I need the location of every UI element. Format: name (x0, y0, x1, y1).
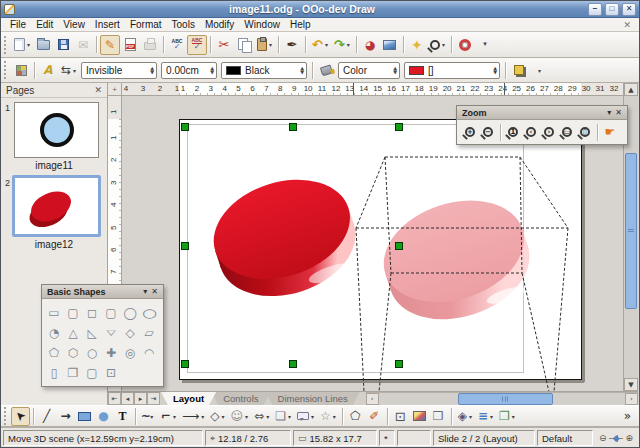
rounded-square-shape[interactable]: ▢ (102, 303, 120, 322)
last-page-button[interactable]: ⇥ (147, 392, 160, 405)
line-width-input[interactable]: 0.00cm ▲▼ (161, 62, 217, 79)
document-as-email-icon[interactable]: ✉ (73, 35, 93, 55)
menu-item-format[interactable]: Format (125, 18, 167, 32)
format-paintbrush-icon[interactable]: ✒ (282, 35, 302, 55)
zoom-icon[interactable]: ▾ (427, 35, 448, 55)
zoom-next-button[interactable]: › (540, 123, 558, 141)
rotation-tool[interactable]: ◈▾ (455, 407, 475, 426)
toolbar-options-icon[interactable]: ▾ (475, 35, 495, 55)
palette-menu-icon[interactable]: ▾ (607, 108, 611, 117)
scroll-right-icon[interactable]: › (625, 393, 638, 405)
gallery-icon[interactable] (380, 35, 400, 55)
callouts-tool[interactable]: ▾ (294, 407, 317, 426)
rectangle-shape[interactable]: ▭ (45, 303, 63, 322)
menu-item-view[interactable]: View (58, 18, 90, 32)
next-page-button[interactable]: ▸ (134, 392, 147, 405)
spinner-arrows-icon[interactable]: ▲▼ (147, 66, 154, 75)
select-tool[interactable]: ➤ (11, 407, 30, 426)
palette-close-icon[interactable]: ✕ (151, 287, 158, 296)
ellipse-shape[interactable]: ○ (140, 303, 158, 322)
menu-item-window[interactable]: Window (239, 18, 285, 32)
zoom-palette-titlebar[interactable]: Zoom ▾ ✕ (457, 106, 627, 120)
line-style-select[interactable]: Invisible ▲▼ (81, 62, 157, 79)
vertical-scroll-thumb[interactable] (625, 153, 637, 309)
arrow-tool[interactable]: → (56, 407, 75, 426)
scroll-down-icon[interactable]: ▼ (624, 378, 638, 391)
export-pdf-icon[interactable] (120, 35, 140, 55)
right-triangle-shape[interactable]: ◺ (83, 323, 101, 342)
rectangle-tool[interactable] (75, 407, 94, 426)
alignment-tool[interactable]: ≡▾ (475, 407, 496, 426)
spinner-arrows-icon[interactable]: ▲▼ (490, 66, 497, 75)
minimize-button[interactable]: − (588, 3, 602, 16)
stars-tool[interactable]: ☆▾ (317, 407, 339, 426)
line-color-select[interactable]: Black ▲▼ (221, 62, 307, 79)
cube-shape[interactable]: ❐ (64, 363, 82, 382)
cylinder-shape[interactable]: ▯ (45, 363, 63, 382)
zoom-in-icon[interactable]: ⊕ (625, 433, 633, 443)
spinner-arrows-icon[interactable]: ▲▼ (207, 66, 214, 75)
fill-style-select[interactable]: Color ▲▼ (338, 62, 400, 79)
spellcheck-icon[interactable] (167, 35, 187, 55)
cut-icon[interactable]: ✂ (214, 35, 234, 55)
rounded-rectangle-shape[interactable]: ▢ (64, 303, 82, 322)
area-icon[interactable] (316, 60, 336, 80)
tab-dimension-lines[interactable]: Dimension Lines (266, 392, 360, 405)
menu-item-modify[interactable]: Modify (200, 18, 239, 32)
page-thumbnail-image11[interactable]: 1 (14, 102, 99, 158)
ellipse-tool[interactable]: ● (94, 407, 113, 426)
tab-layout[interactable]: Layout (161, 392, 216, 405)
symbol-shapes-tool[interactable]: ☺▾ (228, 407, 252, 426)
line-dialog-icon[interactable]: A (38, 60, 58, 80)
zoom-out-button[interactable]: − (479, 123, 497, 141)
block-arc-shape[interactable]: ◠ (140, 343, 158, 362)
undo-icon[interactable]: ↶▾ (309, 35, 331, 55)
first-page-button[interactable]: ⇤ (108, 392, 121, 405)
styles-icon[interactable] (11, 60, 31, 80)
parallelogram-shape[interactable]: ▱ (140, 323, 158, 342)
shift-button[interactable]: ☛ (601, 123, 619, 141)
horizontal-scrollbar[interactable]: ‹ › (366, 392, 638, 405)
circle-shape[interactable]: ◯ (121, 303, 139, 322)
toolbar-grip[interactable] (4, 407, 8, 425)
circle-pie-shape[interactable]: ◔ (45, 323, 63, 342)
auto-spellcheck-icon[interactable] (187, 35, 207, 55)
zoom-slider-track[interactable]: ◆ (609, 433, 624, 443)
text-tool[interactable]: T (113, 407, 132, 426)
menu-item-insert[interactable]: Insert (90, 18, 125, 32)
pages-panel-close-icon[interactable]: ✕ (94, 85, 102, 95)
close-button[interactable]: ✕ (622, 3, 636, 16)
gluepoints-tool[interactable]: ✐ (365, 407, 384, 426)
previous-page-button[interactable]: ◂ (121, 392, 134, 405)
palette-menu-icon[interactable]: ▾ (143, 287, 147, 296)
menu-item-edit[interactable]: Edit (31, 18, 58, 32)
spinner-arrows-icon[interactable]: ▲▼ (390, 66, 397, 75)
block-arrows-tool[interactable]: ⇔▾ (251, 407, 272, 426)
cross-shape[interactable]: ✚ (102, 343, 120, 362)
zoom-out-icon[interactable]: ⊖ (599, 433, 607, 443)
fill-color-select[interactable]: [] ▲▼ (404, 62, 500, 79)
flowchart-tool[interactable]: ❏▾ (272, 407, 294, 426)
ring-shape[interactable]: ◎ (121, 343, 139, 362)
zoom-100-button[interactable]: 1 (504, 123, 522, 141)
menu-item-help[interactable]: Help (285, 18, 316, 32)
insert-snapshot-icon[interactable]: ⊡ (391, 407, 410, 426)
paste-icon[interactable]: ▾ (254, 35, 275, 55)
regular-pentagon-shape[interactable]: ⬠ (45, 343, 63, 362)
spinner-arrows-icon[interactable]: ▲▼ (297, 66, 304, 75)
scroll-up-icon[interactable]: ▲ (624, 83, 638, 96)
basic-shapes-tool[interactable]: ◇▾ (207, 407, 227, 426)
close-document-icon[interactable]: ✕ (619, 20, 635, 30)
connector-tool[interactable]: ⌐▾ (158, 407, 179, 426)
toolbar-more-icon[interactable]: » (618, 407, 637, 426)
menu-item-file[interactable]: File (5, 18, 31, 32)
insert-picture-icon[interactable] (410, 407, 429, 426)
navigator-icon[interactable]: ✦ (407, 35, 427, 55)
zoom-in-button[interactable]: + (461, 123, 479, 141)
print-icon[interactable] (140, 35, 160, 55)
title-bar[interactable]: image11.odg - OOo-dev Draw −□✕ (1, 1, 639, 18)
square-shape[interactable]: ◻ (83, 303, 101, 322)
page-thumbnail-image12[interactable]: 2 (12, 175, 101, 237)
copy-icon[interactable] (234, 35, 254, 55)
zoom-previous-button[interactable]: ‹ (522, 123, 540, 141)
